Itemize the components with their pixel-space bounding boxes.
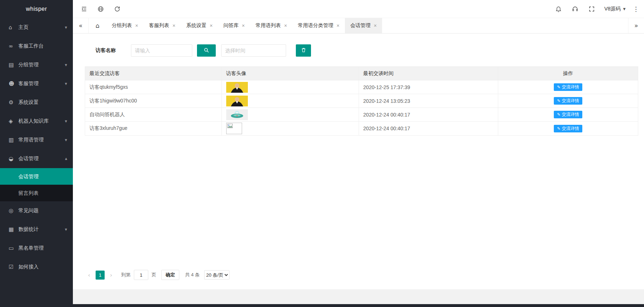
globe-icon[interactable] bbox=[92, 0, 109, 18]
tab-close-icon[interactable]: × bbox=[284, 23, 287, 28]
chat-detail-button[interactable]: ✎交流详情 bbox=[554, 111, 582, 118]
date-range-input[interactable] bbox=[221, 44, 286, 57]
tab-close-icon[interactable]: × bbox=[210, 23, 213, 28]
visitor-avatar-cell bbox=[222, 122, 359, 136]
tab-close-icon[interactable]: × bbox=[172, 23, 175, 28]
sidebar-item-label: 黑名单管理 bbox=[18, 245, 67, 251]
refresh-icon[interactable] bbox=[109, 0, 126, 18]
app-logo: whisper bbox=[0, 0, 73, 18]
edit-pencil-icon: ✎ bbox=[557, 85, 560, 89]
sidebar-item-7[interactable]: ◒会话管理▼ bbox=[0, 149, 73, 168]
tabs-scroll-right-icon[interactable]: » bbox=[628, 18, 644, 33]
tab-home[interactable]: ⌂ bbox=[89, 18, 106, 33]
collapse-sidebar-icon[interactable] bbox=[76, 0, 92, 18]
sidebar-item-6[interactable]: ▥常用语管理▼ bbox=[0, 131, 73, 149]
table-row-0: 访客qtukmyf5gxs2020-12-25 17:37:39✎交流详情 bbox=[85, 80, 638, 94]
chevron-down-icon: ▼ bbox=[65, 26, 67, 29]
sidebar-item-8[interactable]: ◎常见问题 bbox=[0, 201, 73, 220]
visitor-avatar-image bbox=[226, 96, 248, 106]
tab-3[interactable]: 系统设置× bbox=[181, 18, 218, 33]
knowledge-icon: ◈ bbox=[9, 118, 18, 124]
sidebar-menu: ⌂主页▼∞客服工作台▤分组管理▼☻客服管理▼⚙系统设置◈机器人知识库▼▥常用语管… bbox=[0, 18, 73, 276]
first-chat-time: 2020-12-24 00:40:17 bbox=[359, 108, 498, 122]
sidebar-item-11[interactable]: ☑如何接入 bbox=[0, 258, 73, 276]
chevron-down-icon: ▼ bbox=[65, 120, 67, 123]
goto-page-input[interactable] bbox=[134, 270, 148, 280]
tabs-scroll-left-icon[interactable]: « bbox=[73, 18, 89, 33]
tab-close-icon[interactable]: × bbox=[242, 23, 245, 28]
sidebar-item-5[interactable]: ◈机器人知识库▼ bbox=[0, 112, 73, 131]
home-icon: ⌂ bbox=[96, 22, 100, 29]
search-button[interactable] bbox=[197, 44, 216, 57]
fullscreen-icon[interactable] bbox=[583, 0, 600, 18]
tab-close-icon[interactable]: × bbox=[135, 23, 138, 28]
more-options-icon[interactable]: ⋮ bbox=[630, 5, 640, 13]
row-actions-cell: ✎交流详情 bbox=[498, 122, 638, 136]
visitor-name-input[interactable] bbox=[131, 44, 192, 57]
filter-bar: 访客名称 bbox=[96, 44, 638, 57]
workbench-icon: ∞ bbox=[9, 43, 18, 49]
tab-close-icon[interactable]: × bbox=[337, 23, 339, 28]
tab-1[interactable]: 分组列表× bbox=[106, 18, 144, 33]
confirm-button[interactable]: 确定 bbox=[161, 270, 179, 280]
sidebar-item-label: 客服工作台 bbox=[18, 43, 67, 49]
next-page-button[interactable]: › bbox=[107, 270, 115, 280]
sidebar-item-1[interactable]: ∞客服工作台 bbox=[0, 37, 73, 56]
first-chat-time: 2020-12-24 13:05:23 bbox=[359, 94, 498, 108]
tab-6[interactable]: 常用语分类管理× bbox=[293, 18, 345, 33]
chevron-down-icon: ▼ bbox=[623, 7, 626, 11]
chevron-down-icon: ▼ bbox=[65, 228, 67, 231]
chat-detail-button[interactable]: ✎交流详情 bbox=[554, 125, 582, 132]
sidebar-subitem-1[interactable]: 留言列表 bbox=[0, 185, 73, 201]
chat-detail-button[interactable]: ✎交流详情 bbox=[554, 83, 582, 91]
table-row-2: 自动问答机器人2020-12-24 00:40:17✎交流详情 bbox=[85, 108, 638, 122]
sidebar-item-label: 主页 bbox=[18, 24, 65, 31]
sidebar-subitem-0[interactable]: 会话管理 bbox=[0, 168, 73, 185]
agent-icon: ☻ bbox=[9, 80, 18, 87]
tab-2[interactable]: 客服列表× bbox=[144, 18, 181, 33]
notifications-bell-icon[interactable] bbox=[550, 0, 567, 18]
user-label: V8源码 bbox=[604, 6, 621, 12]
chat-detail-label: 交流详情 bbox=[562, 111, 579, 118]
tab-5[interactable]: 常用语列表× bbox=[250, 18, 293, 33]
sidebar-item-9[interactable]: ▦数据统计▼ bbox=[0, 220, 73, 239]
table-row-1: 访客1higwi9w07hc002020-12-24 13:05:23✎交流详情 bbox=[85, 94, 638, 108]
sidebar-item-2[interactable]: ▤分组管理▼ bbox=[0, 56, 73, 74]
chat-detail-label: 交流详情 bbox=[562, 98, 579, 104]
tab-label: 常用语分类管理 bbox=[298, 22, 333, 29]
sidebar-item-10[interactable]: ▭黑名单管理 bbox=[0, 239, 73, 258]
sidebar: whisper ⌂主页▼∞客服工作台▤分组管理▼☻客服管理▼⚙系统设置◈机器人知… bbox=[0, 0, 73, 304]
tabbar: « ⌂分组列表×客服列表×系统设置×问答库×常用语列表×常用语分类管理×会话管理… bbox=[73, 18, 644, 34]
sidebar-item-label: 客服管理 bbox=[18, 80, 65, 87]
faq-icon: ◎ bbox=[9, 207, 18, 214]
sidebar-item-4[interactable]: ⚙系统设置 bbox=[0, 93, 73, 112]
tab-4[interactable]: 问答库× bbox=[218, 18, 250, 33]
sidebar-item-label: 数据统计 bbox=[18, 226, 65, 233]
visitor-avatar-cell bbox=[222, 108, 359, 122]
sidebar-item-0[interactable]: ⌂主页▼ bbox=[0, 18, 73, 37]
prev-page-button[interactable]: ‹ bbox=[85, 270, 93, 280]
pagination: ‹ 1 › 到第 页 确定 共 4 条 20 条/页 bbox=[85, 270, 638, 280]
user-menu[interactable]: V8源码 ▼ bbox=[600, 0, 630, 18]
page-size-select[interactable]: 20 条/页 bbox=[204, 270, 229, 280]
column-header-2: 最初交谈时间 bbox=[359, 67, 498, 80]
visitor-name: 访客qtukmyf5gxs bbox=[85, 80, 222, 94]
access-icon: ☑ bbox=[9, 264, 18, 270]
chat-detail-button[interactable]: ✎交流详情 bbox=[554, 97, 582, 105]
customer-service-headset-icon[interactable] bbox=[567, 0, 583, 18]
sidebar-item-label: 分组管理 bbox=[18, 62, 65, 68]
tab-7[interactable]: 会话管理× bbox=[345, 18, 382, 33]
page-unit-label: 页 bbox=[152, 272, 156, 278]
sidebar-item-3[interactable]: ☻客服管理▼ bbox=[0, 74, 73, 93]
visitor-table: 最近交流访客访客头像最初交谈时间操作 访客qtukmyf5gxs2020-12-… bbox=[85, 66, 638, 136]
phrases-icon: ▥ bbox=[9, 137, 18, 143]
delete-button[interactable] bbox=[296, 44, 311, 57]
stats-icon: ▦ bbox=[9, 226, 18, 233]
current-page-button[interactable]: 1 bbox=[96, 271, 105, 280]
visitor-avatar-cell bbox=[222, 80, 359, 94]
chat-detail-label: 交流详情 bbox=[562, 84, 579, 90]
sidebar-item-label: 常见问题 bbox=[18, 207, 67, 214]
edit-pencil-icon: ✎ bbox=[557, 112, 560, 117]
sidebar-submenu: 会话管理留言列表 bbox=[0, 168, 73, 201]
tab-close-icon[interactable]: × bbox=[374, 23, 377, 28]
